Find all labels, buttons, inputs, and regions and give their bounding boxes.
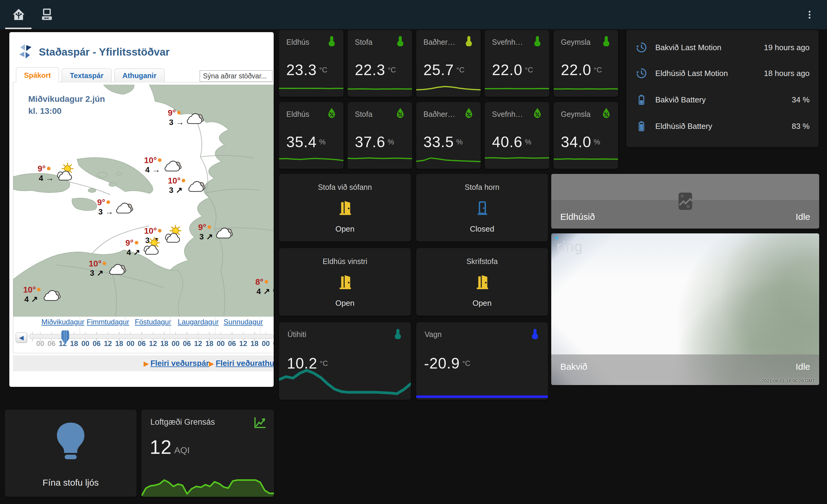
sensor-card-utihiti[interactable]: Útihiti 10.2°C: [279, 322, 411, 400]
weather-map: [13, 85, 274, 317]
sensor-card-stofa-temp[interactable]: Stofa 22.3°C: [348, 30, 412, 97]
camera-name: Eldhúsið: [560, 212, 595, 222]
sensor-card-geymsla-temp[interactable]: Geymsla 22.0°C: [554, 30, 618, 97]
weather-station: 9°3↗: [198, 223, 235, 240]
weather-station: 9°4↗: [126, 239, 162, 256]
thermometer-icon: [392, 328, 403, 339]
sensor-card-stofa-humidity[interactable]: Stofa 37.6%: [348, 102, 412, 169]
sensor-card-badherbergi-humidity[interactable]: Baðher… 33.5%: [416, 102, 481, 169]
tab-computer[interactable]: [39, 7, 55, 22]
sparkline: [279, 151, 343, 165]
tab-athuganir[interactable]: Athuganir: [114, 68, 164, 82]
sensor-card-eldhus-temp[interactable]: Eldhús 23.3°C: [279, 30, 343, 97]
cloud-icon: [184, 109, 206, 126]
tab-home[interactable]: [11, 7, 27, 22]
thermometer-icon: [463, 35, 475, 46]
cloud-icon: [41, 286, 63, 303]
weather-title: Staðaspár - Yfirlitsstöðvar: [39, 46, 169, 58]
weather-station: 9°3→: [97, 198, 135, 216]
air-quality-card[interactable]: Loftgæði Grensás 12AQI: [141, 410, 274, 497]
day-link[interactable]: Laugardagur: [178, 318, 218, 326]
sun-cloud-icon: [162, 224, 184, 244]
sensor-card-eldhus-humidity[interactable]: Eldhús 35.4%: [279, 102, 343, 169]
door-open-icon: [336, 273, 354, 291]
history-icon: [635, 42, 647, 53]
door-open-icon: [336, 199, 354, 217]
orange-dot-icon: [158, 229, 161, 232]
camera-card-bakvid[interactable]: ring Bakvið Idle 2021-06-01 18:00:28 GMT: [551, 233, 819, 385]
app-header: [0, 0, 827, 29]
lightbulb-icon: [52, 417, 89, 463]
weather-footer: Fleiri veðurspár Fleiri veðurathugan: [13, 355, 274, 371]
weather-station: 9°3→: [168, 109, 206, 126]
entities-card: Bakvið Last Motion 19 hours ago Eldhúsið…: [626, 30, 819, 147]
orange-dot-icon: [158, 158, 161, 162]
tab-spakort[interactable]: Spákort: [16, 67, 59, 82]
menu-button[interactable]: [802, 7, 817, 22]
sun-cloud-icon: [54, 162, 76, 182]
sensor-card-geymsla-humidity[interactable]: Geymsla 34.0%: [554, 102, 618, 169]
orange-dot-icon: [207, 225, 211, 229]
cloud-icon: [186, 177, 207, 194]
sparkline: [279, 79, 343, 93]
door-card-stofa-horn[interactable]: Stofa horn Closed: [416, 174, 548, 241]
sensor-card-svefnherbergi-temp[interactable]: Svefnh… 22.0°C: [485, 30, 549, 97]
day-link[interactable]: Sunnudagur: [224, 318, 263, 326]
humidity-icon: [326, 107, 337, 118]
sensor-card-vagn[interactable]: Vagn -20.9°C: [416, 322, 548, 400]
sensor-card-svefnherbergi-humidity[interactable]: Svefnh… 40.6%: [485, 102, 549, 169]
dashboard: Staðaspár - Yfirlitsstöðvar Spákort Text…: [0, 0, 827, 504]
history-icon: [635, 67, 647, 79]
thermometer-icon: [395, 35, 406, 46]
thermometer-icon: [532, 35, 543, 46]
cloud-icon: [213, 224, 235, 240]
entity-row[interactable]: Bakvið Last Motion 19 hours ago: [626, 34, 819, 61]
entity-row[interactable]: Eldhúsið Last Motion 18 hours ago: [626, 60, 819, 87]
entity-row[interactable]: Bakvið Battery 34 %: [626, 87, 819, 113]
sun-cloud-icon: [141, 236, 162, 256]
orange-dot-icon: [264, 280, 268, 284]
vedur-logo-icon: [17, 43, 34, 60]
weather-station: 10°3↗: [89, 260, 129, 277]
more-observations-link[interactable]: Fleiri veðurathugan: [209, 355, 274, 371]
sparkline: [485, 151, 549, 165]
sensor-card-badherbergi-temp[interactable]: Baðher… 25.7°C: [416, 30, 481, 97]
aqi-chart: [141, 468, 274, 497]
map-date: Miðvikudagur 2.jún kl. 13:00: [28, 93, 105, 117]
day-link[interactable]: Föstudagur: [135, 318, 171, 326]
tab-textaspar[interactable]: Textaspár: [62, 68, 111, 82]
cloud-icon: [107, 260, 129, 277]
camera-status: Idle: [796, 212, 810, 222]
humidity-icon: [463, 107, 475, 118]
orange-dot-icon: [103, 262, 106, 265]
sparkline: [416, 151, 481, 165]
orange-dot-icon: [182, 179, 185, 182]
entity-row[interactable]: Eldhúsið Battery 83 %: [626, 113, 819, 139]
chart-line-icon: [253, 416, 267, 430]
door-card-eldhus-vinstri[interactable]: Eldhús vinstri Open: [279, 248, 411, 316]
weather-station: 9°4→: [38, 165, 76, 182]
door-card-skrifstofa[interactable]: Skrifstofa Open: [416, 248, 548, 316]
station-select[interactable]: Sýna aðrar stöðvar...: [200, 70, 273, 82]
sparkline: [416, 79, 481, 93]
orange-dot-icon: [37, 288, 41, 291]
desktop-icon: [40, 7, 54, 21]
sparkline: [279, 362, 411, 398]
door-card-stofa-vid-sofann[interactable]: Stofa við sófann Open: [279, 174, 411, 241]
more-forecasts-link[interactable]: Fleiri veðurspár: [144, 355, 209, 371]
weather-station: 8°4↗: [255, 278, 274, 295]
orange-dot-icon: [106, 200, 110, 204]
day-link[interactable]: Fimmtudagur: [87, 318, 129, 326]
cloud-icon: [271, 278, 274, 295]
cloud-icon: [114, 199, 135, 216]
humidity-icon: [532, 107, 543, 118]
weather-station: 10°4→: [144, 156, 184, 174]
weather-station: 10°3↗: [168, 177, 207, 194]
light-card-fina-stofu-ljos[interactable]: Fína stofu ljós: [5, 410, 137, 497]
slider-back-button[interactable]: ◀: [16, 333, 27, 343]
sparkline: [554, 151, 618, 165]
orange-dot-icon: [47, 167, 51, 170]
camera-card-eldhusid[interactable]: Eldhúsið Idle: [551, 174, 819, 229]
day-link[interactable]: Miðvikudagur: [42, 318, 85, 326]
humidity-icon: [395, 107, 406, 118]
